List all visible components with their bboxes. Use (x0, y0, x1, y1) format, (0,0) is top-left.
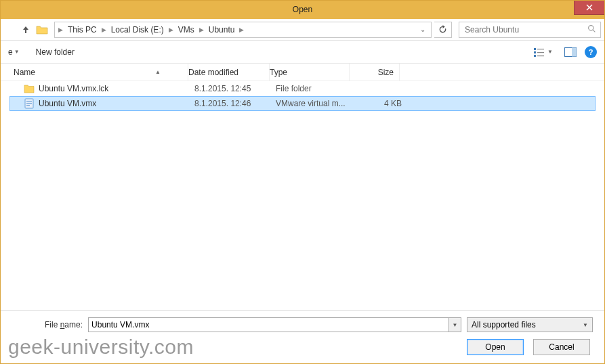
close-button[interactable] (574, 0, 605, 15)
search-icon (587, 24, 596, 35)
column-name[interactable]: Name ▲ (14, 64, 188, 81)
svg-rect-4 (534, 48, 536, 50)
preview-pane-icon (564, 47, 577, 57)
breadcrumb[interactable]: Ubuntu (205, 25, 239, 35)
breadcrumb[interactable]: Local Disk (E:) (107, 25, 168, 35)
close-icon (586, 4, 593, 11)
breadcrumb[interactable]: VMs (174, 25, 199, 35)
svg-rect-15 (26, 105, 30, 106)
filename-label: File name: (45, 320, 83, 329)
column-size[interactable]: Size (350, 64, 400, 81)
location-folder-icon (35, 23, 49, 37)
view-options-button[interactable]: ▼ (530, 45, 556, 59)
filename-dropdown[interactable]: ▼ (449, 317, 461, 332)
preview-pane-button[interactable] (563, 45, 578, 60)
file-list-area: Name ▲ Date modified Type Size Ubuntu VM… (0, 64, 605, 310)
svg-rect-7 (537, 52, 544, 53)
table-row[interactable]: Ubuntu VM.vmx8.1.2015. 12:46VMware virtu… (9, 96, 596, 111)
file-type: File folder (276, 84, 356, 93)
svg-rect-14 (26, 103, 32, 104)
file-list: Ubuntu VM.vmx.lck8.1.2015. 12:45File fol… (0, 81, 605, 111)
svg-rect-8 (534, 55, 536, 57)
help-button[interactable]: ? (585, 46, 597, 58)
column-date[interactable]: Date modified (188, 64, 270, 81)
footer: File name: ▼ All supported files ▼ Open … (0, 310, 605, 364)
file-size: 4 KB (356, 99, 402, 108)
file-type-filter[interactable]: All supported files ▼ (467, 317, 593, 332)
new-folder-button[interactable]: New folder (36, 47, 75, 57)
search-box[interactable] (459, 22, 601, 38)
refresh-button[interactable] (434, 22, 452, 38)
column-type[interactable]: Type (270, 64, 350, 81)
column-headers: Name ▲ Date modified Type Size (0, 64, 605, 81)
file-type: VMware virtual m... (276, 99, 356, 108)
breadcrumb[interactable]: This PC (64, 25, 101, 35)
svg-rect-9 (537, 55, 544, 56)
chevron-right-icon: ▶ (168, 26, 174, 33)
table-row[interactable]: Ubuntu VM.vmx.lck8.1.2015. 12:45File fol… (9, 81, 596, 96)
search-input[interactable] (463, 24, 587, 35)
file-icon (24, 98, 35, 109)
sort-asc-icon: ▲ (155, 69, 161, 75)
chevron-right-icon: ▶ (101, 26, 107, 33)
cancel-button[interactable]: Cancel (533, 339, 590, 355)
chevron-down-icon: ▼ (583, 322, 588, 328)
chevron-right-icon: ▶ (58, 26, 64, 33)
address-bar[interactable]: ▶ This PC ▶ Local Disk (E:) ▶ VMs ▶ Ubun… (54, 22, 432, 38)
up-button[interactable] (19, 23, 33, 37)
organize-menu[interactable]: e ▼ (8, 47, 20, 57)
svg-rect-6 (534, 51, 536, 53)
toolbar: e ▼ New folder ▼ ? (0, 41, 605, 64)
svg-point-2 (589, 25, 593, 30)
address-dropdown[interactable]: ⌄ (417, 26, 428, 33)
svg-rect-5 (537, 49, 544, 49)
svg-line-3 (593, 30, 595, 32)
file-date: 8.1.2015. 12:46 (194, 99, 276, 108)
file-name: Ubuntu VM.vmx.lck (39, 84, 108, 93)
view-list-icon (534, 47, 546, 57)
nav-row: ▶ This PC ▶ Local Disk (E:) ▶ VMs ▶ Ubun… (0, 19, 605, 41)
svg-rect-11 (572, 47, 577, 56)
refresh-icon (438, 25, 447, 34)
filename-input[interactable] (88, 317, 449, 332)
chevron-down-icon: ▼ (14, 49, 20, 55)
file-name: Ubuntu VM.vmx (39, 99, 96, 108)
window-title: Open (0, 5, 605, 14)
organize-label: e (8, 47, 13, 57)
file-date: 8.1.2015. 12:45 (194, 84, 276, 93)
chevron-down-icon: ▼ (547, 49, 553, 55)
open-button[interactable]: Open (467, 339, 524, 355)
up-arrow-icon (21, 25, 30, 35)
folder-icon (24, 83, 35, 94)
chevron-right-icon: ▶ (238, 26, 245, 33)
title-bar: Open (0, 0, 605, 19)
svg-rect-13 (26, 101, 32, 101)
chevron-right-icon: ▶ (199, 26, 205, 33)
